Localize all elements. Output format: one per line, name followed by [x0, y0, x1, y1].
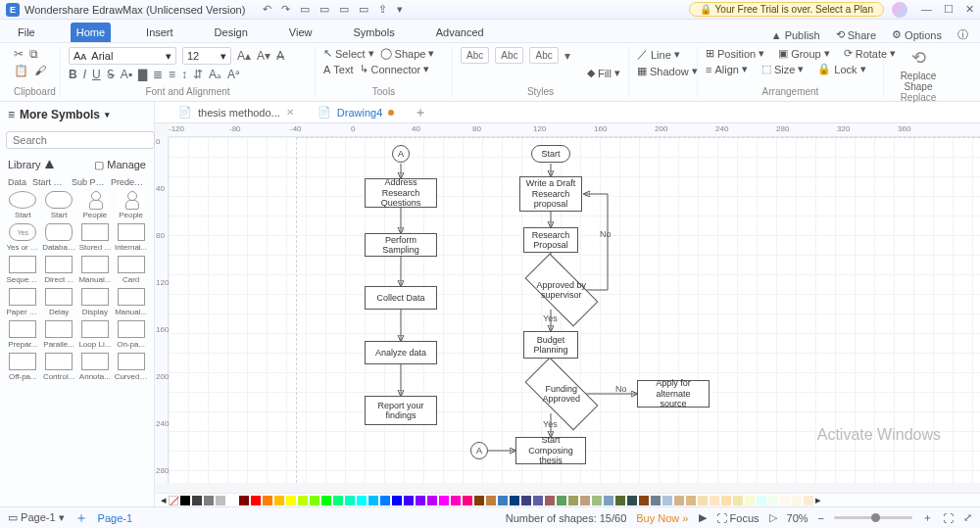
shape-item[interactable]: Start: [6, 191, 40, 219]
present-icon[interactable]: ▶: [699, 511, 707, 524]
cat-item[interactable]: Sub Pro...: [72, 177, 105, 187]
styles-more-icon[interactable]: ▾: [564, 49, 570, 63]
color-swatch[interactable]: [580, 496, 590, 505]
process-collect[interactable]: Collect Data: [365, 286, 437, 310]
shape-item[interactable]: Paralle...: [42, 320, 76, 349]
strike-icon[interactable]: S̶: [107, 68, 115, 81]
color-swatch[interactable]: [733, 496, 743, 505]
tab-advanced[interactable]: Advanced: [430, 23, 490, 42]
color-swatch[interactable]: [345, 496, 355, 505]
doc-tab[interactable]: 📄 Drawing4: [308, 104, 404, 120]
shape-item[interactable]: Delay: [42, 288, 76, 316]
library-label[interactable]: Library ⯅: [8, 159, 55, 171]
minimize-icon[interactable]: —: [921, 3, 932, 16]
redo-icon[interactable]: ↷: [281, 3, 290, 16]
close-tab-icon[interactable]: ✕: [286, 107, 294, 118]
color-swatch[interactable]: [274, 496, 284, 505]
process-proposal[interactable]: Research Proposal: [523, 227, 578, 253]
fill-button[interactable]: ◆ Fill ▾: [587, 67, 620, 79]
qat-icon[interactable]: ▭: [339, 3, 349, 16]
color-swatch[interactable]: [521, 496, 531, 505]
shape-item[interactable]: Start: [42, 191, 76, 219]
color-swatch[interactable]: [333, 496, 343, 505]
line-button[interactable]: ／ Line ▾: [637, 47, 680, 62]
color-swatch[interactable]: [639, 496, 649, 505]
shape-item[interactable]: Curved ...: [114, 353, 148, 381]
color-swatch[interactable]: [204, 496, 214, 505]
qat-icon[interactable]: ▭: [319, 3, 329, 16]
manage-button[interactable]: ▢ Manage: [94, 159, 146, 171]
color-swatch[interactable]: [651, 496, 661, 505]
format-painter-icon[interactable]: 🖌: [34, 64, 46, 77]
undo-icon[interactable]: ↶: [263, 3, 271, 16]
canvas[interactable]: A Address Research Questions Perform Sam…: [169, 137, 980, 483]
shape-item[interactable]: Manual...: [114, 288, 148, 316]
font-size-combo[interactable]: 12▾: [182, 47, 231, 65]
symbol-search-input[interactable]: [6, 131, 155, 149]
cut-icon[interactable]: ✂: [14, 47, 24, 61]
color-swatch[interactable]: [286, 496, 296, 505]
user-avatar[interactable]: [892, 2, 907, 18]
add-page-button[interactable]: ＋: [74, 509, 88, 527]
color-swatch[interactable]: [416, 496, 425, 505]
color-swatch[interactable]: [721, 496, 731, 505]
shadow-button[interactable]: ▦ Shadow ▾: [637, 65, 698, 77]
page-link[interactable]: Page-1: [98, 512, 132, 524]
color-swatch[interactable]: [404, 496, 414, 505]
play-icon[interactable]: ▷: [769, 511, 777, 524]
color-swatch[interactable]: [439, 496, 449, 505]
swatches-prev-icon[interactable]: ◂: [161, 494, 167, 506]
color-swatch[interactable]: [568, 496, 578, 505]
color-swatch[interactable]: [227, 496, 237, 505]
color-swatch[interactable]: [392, 496, 402, 505]
shape-item[interactable]: Loop Li...: [78, 320, 113, 349]
shape-item[interactable]: Internal...: [114, 223, 148, 252]
terminator-start[interactable]: Start: [531, 145, 570, 163]
zoom-in-icon[interactable]: ＋: [922, 510, 933, 525]
zoom-slider[interactable]: [834, 516, 912, 519]
shape-item[interactable]: Control...: [42, 353, 76, 381]
panel-header[interactable]: ≡More Symbols▾: [0, 102, 154, 127]
trial-badge[interactable]: 🔒 Your Free Trial is over. Select a Plan: [689, 2, 884, 17]
color-swatch[interactable]: [251, 496, 261, 505]
shape-button[interactable]: ◯ Shape ▾: [380, 47, 435, 60]
font-color-icon[interactable]: A▪: [121, 68, 132, 81]
position-button[interactable]: ⊞ Position▾: [706, 47, 764, 60]
color-swatch[interactable]: [674, 496, 684, 505]
shape-item[interactable]: Prepar...: [6, 320, 40, 349]
color-swatch[interactable]: [768, 496, 778, 505]
help-icon[interactable]: ⓘ: [957, 27, 968, 42]
shape-item[interactable]: YesYes or No: [6, 223, 40, 252]
process-alternate[interactable]: Apply for alternate source: [637, 380, 710, 408]
color-swatch[interactable]: [757, 496, 766, 505]
group-button[interactable]: ▣ Group▾: [778, 47, 830, 60]
shape-item[interactable]: Manual...: [78, 256, 113, 284]
tab-home[interactable]: Home: [71, 23, 111, 42]
color-swatch[interactable]: [533, 496, 543, 505]
color-swatch[interactable]: [321, 496, 331, 505]
tab-insert[interactable]: Insert: [140, 23, 179, 42]
color-swatch[interactable]: [510, 496, 519, 505]
color-swatch[interactable]: [498, 496, 508, 505]
process-address[interactable]: Address Research Questions: [365, 178, 437, 208]
connector-a[interactable]: A: [392, 145, 410, 163]
export-icon[interactable]: ⇪: [378, 3, 387, 16]
color-swatch[interactable]: [368, 496, 378, 505]
maximize-icon[interactable]: ☐: [944, 3, 954, 16]
clear-format-icon[interactable]: A̶: [276, 49, 284, 63]
shape-item[interactable]: Paper T...: [6, 288, 40, 316]
options-button[interactable]: ⚙ Options: [892, 27, 942, 42]
color-swatch[interactable]: [780, 496, 790, 505]
fullscreen-icon[interactable]: ⤢: [963, 511, 972, 524]
bullets-icon[interactable]: ≣: [153, 68, 163, 81]
color-swatch[interactable]: [463, 496, 472, 505]
color-swatch[interactable]: [804, 496, 813, 505]
process-sampling[interactable]: Perform Sampling: [365, 233, 437, 257]
process-analyze[interactable]: Analyze data: [365, 341, 437, 364]
color-swatch[interactable]: [557, 496, 566, 505]
replace-shape-button[interactable]: ⟲ Replace Shape: [892, 47, 945, 92]
page-indicator[interactable]: ▭ Page-1 ▾: [8, 511, 65, 524]
underline-icon[interactable]: U: [92, 68, 101, 81]
size-button[interactable]: ⬚ Size▾: [761, 63, 804, 75]
line-spacing-icon[interactable]: ↕: [181, 68, 187, 81]
